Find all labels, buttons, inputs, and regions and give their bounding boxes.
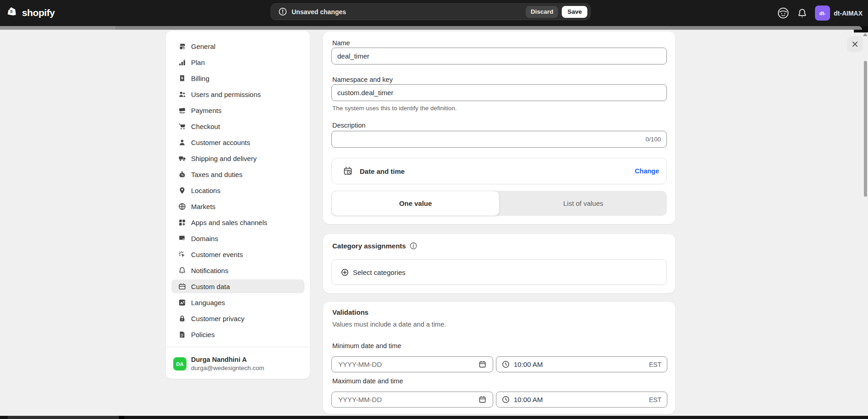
sidebar-divider [166,347,310,347]
sidebar-item-billing[interactable]: Billing [171,71,304,85]
description-field: 0/100 [331,131,667,148]
sidebar-item-markets[interactable]: Markets [171,199,304,213]
truck-icon [178,155,186,162]
max-time-field: EST [496,392,667,408]
calendar-icon[interactable] [479,360,486,368]
alert-icon [278,7,287,16]
sidebar-item-custom-data[interactable]: Custom data [171,279,304,293]
max-date-input[interactable] [338,396,479,403]
person-icon [178,139,186,146]
discard-button[interactable]: Discard [526,6,559,18]
sidebar-item-label: Languages [191,299,225,306]
calendar-icon[interactable] [479,396,486,403]
sidebar-item-checkout[interactable]: Checkout [171,119,304,133]
close-settings-button[interactable] [847,36,863,52]
min-time-input[interactable] [514,360,649,368]
scrollbar-up-arrow[interactable] [863,33,868,36]
sidebar-item-taxes-and-duties[interactable]: Taxes and duties [171,167,304,181]
validations-title: Validations [332,308,368,316]
max-date-field [331,392,493,408]
sidebar-item-locations[interactable]: Locations [171,183,304,197]
definition-card: Name Namespace and key The system uses t… [323,32,675,224]
billing-icon [178,75,186,82]
sidebar-item-label: Taxes and duties [191,171,243,178]
domains-icon [178,235,186,242]
sidebar-item-users-and-permissions[interactable]: Users and permissions [171,87,304,101]
sidebar-item-payments[interactable]: Payments [171,103,304,117]
user-name: Durga Nandhini A [191,356,264,363]
sidebar-item-apps-and-sales-channels[interactable]: Apps and sales channels [171,215,304,229]
taxes-icon [178,171,186,178]
sidebar-item-label: General [191,43,215,50]
clock-icon [502,360,510,368]
scrolled-page-edge [0,26,862,30]
one-value-option[interactable]: One value [331,191,500,216]
namespace-input[interactable] [331,84,667,101]
unsaved-changes-bar: Unsaved changes Discard Save [271,3,591,20]
sidebar-item-label: Policies [191,331,215,338]
calendar-clock-icon [343,167,352,176]
users-icon [178,91,186,98]
account-summary[interactable]: DA Durga Nandhini A durga@wedesigntech.c… [173,356,264,371]
category-assignments-card: Category assignments Select categories [323,234,675,293]
cardinality-toggle: One value List of values [331,191,667,216]
list-of-values-option[interactable]: List of values [500,191,667,216]
sidebar-item-label: Custom data [191,283,230,290]
sidebar-item-label: Notifications [191,267,229,274]
sidebar-item-policies[interactable]: Policies [171,328,304,341]
store-menu[interactable]: dt- dt-AIMAX [815,5,863,21]
min-date-field [331,356,493,372]
cart-icon [178,123,186,130]
sidebar-item-general[interactable]: General [171,39,304,53]
plan-icon [178,59,186,66]
shopify-logo[interactable]: shopify [6,6,55,19]
change-type-link[interactable]: Change [635,167,659,175]
taskbar-strip [0,416,868,419]
window-scrollbar[interactable] [864,61,867,197]
globe-icon [178,203,186,210]
name-label: Name [332,39,350,47]
apps-icon [178,219,186,226]
sidebar-item-customer-privacy[interactable]: Customer privacy [171,312,304,325]
app-face-icon[interactable] [777,7,789,19]
document-icon [178,331,186,338]
sidebar-item-customer-events[interactable]: Customer events [171,247,304,261]
shopify-logo-text: shopify [22,7,55,18]
name-input[interactable] [331,48,667,64]
sidebar-item-label: Users and permissions [191,91,261,98]
character-counter: 0/100 [645,136,661,143]
close-icon [852,41,858,48]
validations-subtitle: Values must include a date and a time. [332,321,446,328]
min-date-input[interactable] [338,360,479,368]
save-button[interactable]: Save [562,6,587,18]
settings-sidebar: GeneralPlanBillingUsers and permissionsP… [166,31,310,379]
notifications-bell-icon[interactable] [797,8,807,18]
sidebar-item-label: Plan [191,59,205,66]
sidebar-item-languages[interactable]: Languages [171,295,304,309]
content-type-label: Date and time [360,167,635,175]
select-categories-label: Select categories [353,269,405,276]
unsaved-changes-label: Unsaved changes [292,8,526,16]
sidebar-item-plan[interactable]: Plan [171,55,304,69]
min-time-field: EST [496,356,667,372]
validations-card: Validations Values must include a date a… [323,302,675,414]
info-icon[interactable] [410,242,417,250]
select-categories-button[interactable]: Select categories [331,259,667,285]
max-time-input[interactable] [514,396,649,403]
user-avatar: DA [173,357,186,371]
sidebar-item-label: Billing [191,75,209,82]
lock-icon [178,315,186,322]
sidebar-item-domains[interactable]: Domains [171,231,304,245]
store-name: dt-AIMAX [834,10,863,17]
sidebar-item-label: Apps and sales channels [191,219,267,226]
plus-circle-icon [341,269,349,276]
sidebar-item-shipping-and-delivery[interactable]: Shipping and delivery [171,151,304,165]
category-assignments-title: Category assignments [332,242,406,250]
sidebar-item-customer-accounts[interactable]: Customer accounts [171,135,304,149]
description-label: Description [332,122,366,129]
settings-nav-list: GeneralPlanBillingUsers and permissionsP… [171,39,304,344]
sidebar-item-label: Customer events [191,251,243,258]
description-input[interactable] [337,135,645,143]
sidebar-item-notifications[interactable]: Notifications [171,263,304,277]
sidebar-item-label: Customer privacy [191,315,245,322]
